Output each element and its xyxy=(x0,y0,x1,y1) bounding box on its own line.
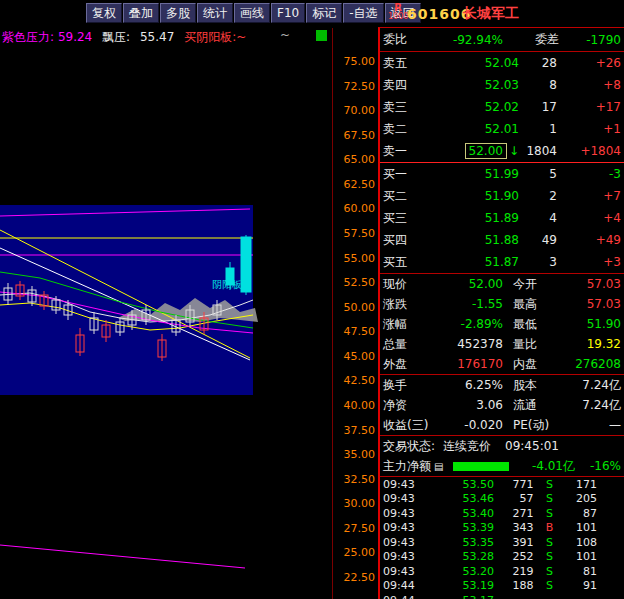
bid-levels: 买一51.995-3买二51.902+7买三51.894+4买四51.8849+… xyxy=(380,163,624,273)
tick-price: 53.17 xyxy=(421,594,494,599)
quote-value: -0.020 xyxy=(439,418,503,432)
tick-volume: 391 xyxy=(494,536,534,549)
tick-time: 09:43 xyxy=(383,492,421,505)
bid-row-3[interactable]: 买三51.894+4 xyxy=(380,207,624,229)
tick-price: 53.46 xyxy=(421,492,494,505)
ask-price-value: 52.03 xyxy=(485,78,519,92)
tick-count: 205 xyxy=(557,492,597,505)
toolbar-button-4[interactable]: 统计 xyxy=(197,3,233,23)
bid-label: 买四 xyxy=(383,232,423,249)
tick-volume: 271 xyxy=(494,507,534,520)
tick-side: S xyxy=(542,579,558,592)
quote-value: -1.55 xyxy=(439,297,503,311)
bid-price-value: 51.90 xyxy=(485,189,519,203)
ask-label: 卖五 xyxy=(383,55,423,72)
bid-volume: 5 xyxy=(519,167,557,181)
toolbar-button-6[interactable]: F10 xyxy=(271,3,305,23)
bid-label: 买二 xyxy=(383,188,423,205)
weicha-value: -1790 xyxy=(581,33,621,47)
bid-price: 51.99 xyxy=(423,167,519,181)
ask-row-1[interactable]: 卖一52.00↓1804+1804 xyxy=(380,140,624,162)
margin-marker: R xyxy=(388,3,408,12)
tick-price: 53.28 xyxy=(421,550,494,563)
chart-area[interactable]: 阴阳板 紫色压力: 59.24 飘压: 55.47 买阴阳板:~ ~ xyxy=(0,28,332,599)
quote-label: 换手 xyxy=(383,377,439,394)
tick-side: S xyxy=(542,507,558,520)
tick-count: 91 xyxy=(557,579,597,592)
axis-label: 30.00 xyxy=(344,498,376,510)
tick-side: S xyxy=(542,536,558,549)
axis-label: 35.00 xyxy=(344,449,376,461)
quote-value: 3.06 xyxy=(439,398,503,412)
quote-value: 57.03 xyxy=(565,297,621,311)
bid-row-2[interactable]: 买二51.902+7 xyxy=(380,185,624,207)
tick-list[interactable]: 09:4353.50771S17109:4353.4657S20509:4353… xyxy=(380,477,624,599)
axis-label: 50.00 xyxy=(344,302,376,314)
toolbar-button-3[interactable]: 多股 xyxy=(160,3,196,23)
tick-time: 09:43 xyxy=(383,507,421,520)
toolbar-button-1[interactable]: 复权 xyxy=(86,3,122,23)
trade-status-time: 09:45:01 xyxy=(505,439,559,453)
bid-price-value: 51.99 xyxy=(485,167,519,181)
tick-time: 09:44 xyxy=(383,579,421,592)
trade-status-value: 连续竞价 xyxy=(443,438,491,455)
toolbar-button-2[interactable]: 叠加 xyxy=(123,3,159,23)
bid-diff: -3 xyxy=(557,167,621,181)
bid-diff: +7 xyxy=(557,189,621,203)
quote-row: 总量452378量比19.32 xyxy=(380,334,624,354)
indicator-window-button[interactable] xyxy=(316,30,327,41)
margin-lot-marker: R 1000 xyxy=(388,3,408,21)
ask-diff: +1 xyxy=(557,122,621,136)
down-arrow-icon: ↓ xyxy=(509,144,519,158)
bid-row-5[interactable]: 买五51.873+3 xyxy=(380,251,624,273)
ask-price-value: 52.04 xyxy=(485,56,519,70)
bid-price-value: 51.89 xyxy=(485,211,519,225)
quote-value: 52.00 xyxy=(439,277,503,291)
ask-row-4[interactable]: 卖四52.038+8 xyxy=(380,74,624,96)
bid-row-4[interactable]: 买四51.8849+49 xyxy=(380,229,624,251)
tick-row: 09:4353.20219S81 xyxy=(380,564,624,579)
tick-time: 09:43 xyxy=(383,478,421,491)
axis-label: 65.00 xyxy=(344,154,376,166)
bid-volume: 49 xyxy=(519,233,557,247)
price-axis[interactable]: 75.0072.5070.0067.5065.0062.5060.0057.50… xyxy=(332,28,379,599)
axis-label: 62.50 xyxy=(344,179,376,191)
toolbar-button-5[interactable]: 画线 xyxy=(234,3,270,23)
mini-chart-icon[interactable]: ▤ xyxy=(434,461,443,472)
axis-label: 40.00 xyxy=(344,400,376,412)
indicator-tilde: ~ xyxy=(280,28,290,42)
quote-label: 现价 xyxy=(383,276,439,293)
quote-label: 涨幅 xyxy=(383,316,439,333)
quote-label: 总量 xyxy=(383,336,439,353)
bid-volume: 4 xyxy=(519,211,557,225)
ask-diff: +1804 xyxy=(557,144,621,158)
quote-value: -2.89% xyxy=(439,317,503,331)
bid-row-1[interactable]: 买一51.995-3 xyxy=(380,163,624,185)
tick-row: 09:4353.39343B101 xyxy=(380,521,624,536)
tick-price: 53.39 xyxy=(421,521,494,534)
weibi-label: 委比 xyxy=(383,31,423,48)
quote-value: 6.25% xyxy=(439,378,503,392)
ask-price: 52.02 xyxy=(423,100,519,114)
quote-label: PE(动) xyxy=(513,417,565,434)
kline-chart[interactable]: 阴阳板 xyxy=(0,42,332,599)
tick-side: S xyxy=(542,550,558,563)
quote-panel: 委比 -92.94% 委差 -1790 卖五52.0428+26卖四52.038… xyxy=(378,27,624,599)
tick-row: 09:4353.50771S171 xyxy=(380,477,624,492)
ask-row-2[interactable]: 卖二52.011+1 xyxy=(380,118,624,140)
tick-price: 53.50 xyxy=(421,478,494,491)
main-force-percent: -16% xyxy=(575,459,621,473)
axis-label: 70.00 xyxy=(344,105,376,117)
tick-row: 09:4353.35391S108 xyxy=(380,535,624,550)
main-force-label: 主力净额 xyxy=(383,458,431,475)
ask-row-3[interactable]: 卖三52.0217+17 xyxy=(380,96,624,118)
tick-row: 09:4353.28252S101 xyxy=(380,550,624,565)
toolbar-button-7[interactable]: 标记 xyxy=(306,3,342,23)
quote-label: 净资 xyxy=(383,397,439,414)
tick-volume: 343 xyxy=(494,521,534,534)
tick-time: 09:43 xyxy=(383,521,421,534)
ask-row-5[interactable]: 卖五52.0428+26 xyxy=(380,52,624,74)
toolbar-button-8[interactable]: -自选 xyxy=(343,3,383,23)
quote-value: 276208 xyxy=(565,357,621,371)
toolbar-buttons: 复权叠加多股统计画线F10标记-自选返回 xyxy=(86,3,422,23)
